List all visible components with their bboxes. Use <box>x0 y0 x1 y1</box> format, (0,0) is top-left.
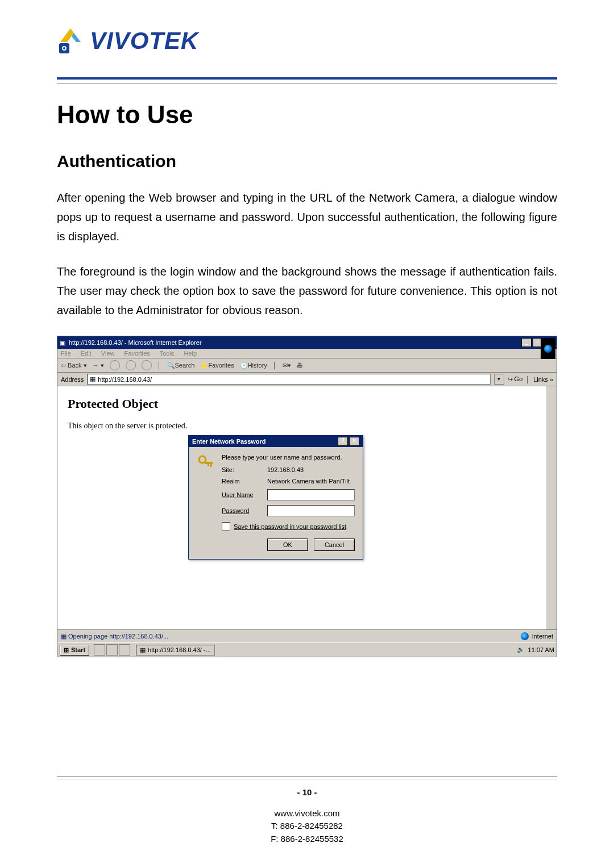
menu-help[interactable]: Help <box>184 350 197 357</box>
paragraph-2: The foreground is the login window and t… <box>57 262 557 320</box>
address-dropdown[interactable]: ▼ <box>494 374 504 385</box>
logo-mark-icon <box>57 27 84 55</box>
ql-ie-icon[interactable] <box>106 644 118 656</box>
section-title: Authentication <box>57 152 557 171</box>
back-button[interactable]: ⇦ Back ▾ <box>61 362 87 369</box>
svg-rect-4 <box>205 462 213 464</box>
menu-tools[interactable]: Tools <box>160 350 175 357</box>
toolbar-sep2: │ <box>273 362 277 369</box>
dialog-close-button[interactable]: × <box>349 437 359 446</box>
username-label: User Name <box>222 491 264 498</box>
ok-button[interactable]: OK <box>267 539 308 551</box>
windows-flag-icon: ⊞ <box>64 646 69 654</box>
toolbar-sep: │ <box>157 362 161 369</box>
zone-text: Internet <box>532 633 553 640</box>
svg-point-2 <box>63 47 65 49</box>
favorites-button[interactable]: ⭐Favorites <box>200 362 234 369</box>
cancel-button[interactable]: Cancel <box>314 539 355 551</box>
scroll-up-button[interactable]: ▲ <box>547 386 556 395</box>
brand-logo: VIVOTEK <box>57 27 557 55</box>
ie-toolbar: ⇦ Back ▾ → ▾ │ 🔍Search ⭐Favorites 🕓Histo… <box>57 358 557 373</box>
dialog-title-text: Enter Network Password <box>192 438 266 445</box>
header-rule-thin <box>57 83 557 84</box>
tray-volume-icon[interactable]: 🔈 <box>517 646 525 654</box>
task-ie-icon: ▦ <box>140 646 146 654</box>
page-title: How to Use <box>57 101 557 129</box>
address-value: http://192.168.0.43/ <box>98 376 152 383</box>
quick-launch <box>94 644 130 656</box>
ie-statusbar: ▦ Opening page http://192.168.0.43/... I… <box>57 629 557 642</box>
page-loading-icon: ▦ <box>61 633 67 640</box>
site-label: Site: <box>222 466 264 473</box>
refresh-icon[interactable] <box>126 360 136 370</box>
footer-tel: T: 886-2-82455282 <box>0 820 614 833</box>
forward-button[interactable]: → ▾ <box>93 362 104 369</box>
stop-icon[interactable] <box>110 360 120 370</box>
address-label: Address <box>61 376 84 383</box>
save-password-label: Save this password in your password list <box>234 523 346 530</box>
page-text: This object on the server is protected. <box>68 422 536 431</box>
footer-fax: F: 886-2-82455532 <box>0 833 614 846</box>
minimize-button[interactable]: _ <box>521 338 532 347</box>
header-rule-thick <box>57 77 557 80</box>
home-icon[interactable] <box>142 360 152 370</box>
ie-viewport: ▲ ▼ Protected Object This object on the … <box>57 386 557 629</box>
ql-desktop-icon[interactable] <box>94 644 105 656</box>
windows-taskbar: ⊞ Start ▦ http://192.168.0.43/ -... 🔈 11… <box>57 642 557 657</box>
ie-menubar: File Edit View Favorites Tools Help <box>57 349 557 358</box>
page-icon: ▦ <box>90 375 96 383</box>
password-label: Password <box>222 507 264 514</box>
logo-text: VIVOTEK <box>90 27 198 55</box>
save-password-checkbox[interactable] <box>222 522 230 531</box>
username-input[interactable] <box>267 489 355 500</box>
status-text: ▦ Opening page http://192.168.0.43/... <box>61 633 168 640</box>
taskbar-clock: 11:07 AM <box>528 646 554 653</box>
page-footer: - 10 - www.vivotek.com T: 886-2-82455282… <box>0 776 614 846</box>
footer-website: www.vivotek.com <box>0 807 614 820</box>
menu-favorites[interactable]: Favorites <box>125 350 150 357</box>
svg-rect-6 <box>208 464 209 466</box>
print-button[interactable]: 🖶 <box>297 362 303 369</box>
svg-rect-5 <box>210 464 212 467</box>
page-number: - 10 - <box>0 787 614 797</box>
toolbar-sep3: │ <box>526 376 530 383</box>
history-button[interactable]: 🕓History <box>240 362 267 369</box>
menu-file[interactable]: File <box>61 350 71 357</box>
ql-outlook-icon[interactable] <box>119 644 130 656</box>
ie-address-bar: Address ▦ http://192.168.0.43/ ▼ ↪ Go │ … <box>57 373 557 386</box>
links-button[interactable]: Links » <box>533 376 553 383</box>
address-input[interactable]: ▦ http://192.168.0.43/ <box>87 374 490 385</box>
go-button[interactable]: ↪ Go <box>508 375 523 383</box>
scroll-down-button[interactable]: ▼ <box>547 620 556 629</box>
ie-throbber-icon <box>541 339 555 359</box>
auth-dialog: Enter Network Password ? × Please type y… <box>188 435 363 560</box>
realm-value: Network Camera with Pan/Tilt <box>267 478 355 485</box>
search-button[interactable]: 🔍Search <box>167 362 195 369</box>
ie-title-text: http://192.168.0.43/ - Microsoft Interne… <box>69 339 202 346</box>
dialog-titlebar: Enter Network Password ? × <box>189 436 363 447</box>
menu-view[interactable]: View <box>101 350 115 357</box>
password-input[interactable] <box>267 505 355 516</box>
dialog-help-button[interactable]: ? <box>338 437 348 446</box>
ie-window: ▣ http://192.168.0.43/ - Microsoft Inter… <box>57 336 557 657</box>
keys-icon <box>197 454 215 472</box>
start-button[interactable]: ⊞ Start <box>60 645 89 656</box>
taskbar-task-ie[interactable]: ▦ http://192.168.0.43/ -... <box>136 645 215 656</box>
paragraph-1: After opening the Web browser and typing… <box>57 188 557 246</box>
mail-button[interactable]: ✉▾ <box>283 362 291 369</box>
page-heading: Protected Object <box>68 397 536 411</box>
realm-label: Realm <box>222 478 264 485</box>
zone-globe-icon <box>521 632 529 640</box>
menu-edit[interactable]: Edit <box>81 350 92 357</box>
ie-app-icon: ▣ <box>60 339 65 347</box>
ie-titlebar: ▣ http://192.168.0.43/ - Microsoft Inter… <box>57 336 557 349</box>
dialog-prompt: Please type your user name and password. <box>222 454 355 461</box>
site-value: 192.168.0.43 <box>267 466 355 473</box>
